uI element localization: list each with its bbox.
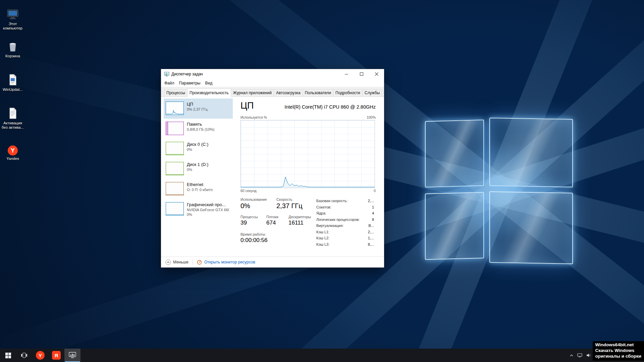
desktop-icon-recycle-bin[interactable]: Корзина <box>0 40 25 58</box>
perf-item-ethernet[interactable]: EthernetО: 0 П: 0 кбит/с <box>164 179 233 199</box>
task-view-button[interactable] <box>16 349 32 362</box>
perf-thumbnail-disk1 <box>166 162 184 175</box>
stat-processes: Процессы 39 <box>240 215 258 226</box>
window-titlebar[interactable]: Диспетчер задач <box>161 69 384 79</box>
perf-item-sub: 0% <box>187 167 208 172</box>
chevron-up-circle-icon <box>165 259 171 265</box>
file-icon <box>0 73 25 86</box>
stat-handles: Дескрипторы 16111 <box>288 215 311 226</box>
hidden-icons-chevron-icon[interactable] <box>570 354 573 357</box>
task-manager-taskbar-icon <box>69 352 76 359</box>
desktop-icon-label: Yandex <box>0 157 25 161</box>
perf-item-title: Диск 0 (C:) <box>187 142 208 147</box>
yandex-app-button[interactable]: Я <box>48 349 64 362</box>
tab[interactable]: Службы <box>362 89 382 97</box>
perf-item-title: Ethernet <box>187 182 213 187</box>
perf-thumbnail-disk0 <box>166 142 184 155</box>
desktop-icon-winupdate[interactable]: WinUpdat... <box>0 73 25 92</box>
perf-item-title: Диск 1 (D:) <box>187 162 208 167</box>
screen: Этот компьютер Корзина WinUpdat... <box>0 0 644 362</box>
menu-item-file[interactable]: Файл <box>162 80 177 86</box>
windows-logo-pane <box>425 120 484 188</box>
perf-item-title: Графический про... <box>187 202 229 207</box>
menu-item-view[interactable]: Вид <box>203 80 215 86</box>
fewer-details-button[interactable]: Меньше <box>165 259 189 265</box>
graph-zero-label: 0 <box>374 189 376 193</box>
perf-thumbnail-ethernet <box>166 182 184 195</box>
cpu-stats: Использование 0% Скорость 2,37 ГГц Проце… <box>240 197 376 248</box>
task-manager-window: Диспетчер задач Файл Параметры Вид Проце… <box>161 69 384 267</box>
desktop-icon-yandex[interactable]: Y Yandex <box>0 142 25 161</box>
windows-logo-icon <box>5 353 11 358</box>
desktop-icon-label: WinUpdat... <box>0 87 25 92</box>
perf-item-sub: 0,8/8,0 ГБ (10%) <box>187 127 214 132</box>
perf-item-gpu[interactable]: Графический про...NVIDIA GeForce GTX 660… <box>164 199 233 222</box>
cpu-details-list: Базовая скорость:2,...Сокетов:1Ядра:4Лог… <box>316 198 374 247</box>
watermark: Windows64bit.net Скачать Windows оригина… <box>593 341 644 361</box>
maximize-button[interactable] <box>354 69 369 79</box>
cpu-detail-row: Сокетов:1 <box>316 204 374 210</box>
network-icon[interactable] <box>577 353 582 357</box>
cpu-detail-row: Базовая скорость:2,... <box>316 198 374 204</box>
graph-label-left: Используется % <box>240 115 267 119</box>
text-file-icon <box>0 107 25 120</box>
perf-item-memory[interactable]: Память0,8/8,0 ГБ (10%) <box>164 119 233 139</box>
cpu-panel: ЦП Intel(R) Core(TM) i7 CPU 860 @ 2.80GH… <box>240 97 376 256</box>
cpu-usage-chart <box>240 120 375 188</box>
tab[interactable]: Автозагрузка <box>274 89 303 97</box>
window-content: ЦП0% 2,37 ГГцПамять0,8/8,0 ГБ (10%)Диск … <box>161 97 384 256</box>
stat-uptime: Время работы 0:00:00:56 <box>240 232 267 244</box>
perf-thumbnail-gpu <box>166 202 184 216</box>
menu-item-options[interactable]: Параметры <box>177 80 203 86</box>
cpu-detail-row: Виртуализация:В... <box>316 223 374 229</box>
desktop-icon-activation[interactable]: Активация без актива... <box>0 107 25 130</box>
windows-logo-pane <box>489 191 573 264</box>
cpu-detail-row: Кэш L1:2,... <box>316 229 374 235</box>
cpu-model: Intel(R) Core(TM) i7 CPU 860 @ 2.80GHz <box>284 104 376 110</box>
stat-speed: Скорость 2,37 ГГц <box>276 197 303 210</box>
start-button[interactable] <box>0 349 16 362</box>
tab[interactable]: Производительность <box>187 88 231 97</box>
windows-logo <box>425 118 573 263</box>
recycle-bin-icon <box>0 40 25 53</box>
task-manager-icon <box>164 71 169 77</box>
close-button[interactable] <box>369 69 384 79</box>
desktop-icon-label: Активация без актива... <box>0 121 25 130</box>
perf-item-cpu[interactable]: ЦП0% 2,37 ГГц <box>164 99 233 119</box>
desktop-icon-this-pc[interactable]: Этот компьютер <box>0 7 25 31</box>
minimize-button[interactable] <box>339 69 354 79</box>
perf-item-disk0[interactable]: Диск 0 (C:)0% <box>164 139 233 159</box>
perf-item-title: ЦП <box>187 102 208 107</box>
tab[interactable]: Журнал приложений <box>231 89 274 97</box>
cpu-detail-row: Логических процессоров:8 <box>316 217 374 223</box>
volume-icon[interactable] <box>586 353 591 357</box>
tab[interactable]: Процессы <box>164 89 187 97</box>
open-resource-monitor-link[interactable]: Открыть монитор ресурсов <box>204 260 255 264</box>
desktop-icon-label: Этот компьютер <box>0 22 25 31</box>
tab-strip: ПроцессыПроизводительностьЖурнал приложе… <box>161 87 384 97</box>
cpu-detail-row: Кэш L2:1,... <box>316 235 374 241</box>
windows-logo-pane <box>425 192 484 260</box>
window-footer: Меньше Открыть монитор ресурсов <box>161 256 384 267</box>
stat-usage: Использование 0% <box>240 197 267 210</box>
desktop-icon-label: Корзина <box>0 54 25 58</box>
yandex-browser-button[interactable]: Y <box>32 349 48 362</box>
yandex-app-icon: Я <box>52 351 61 360</box>
perf-item-sub: О: 0 П: 0 кбит/с <box>187 187 213 192</box>
windows-logo-pane <box>489 118 573 187</box>
perf-item-title: Память <box>187 122 214 127</box>
graph-label-right: 100% <box>367 115 376 119</box>
tab[interactable]: Пользователи <box>303 89 333 97</box>
task-manager-taskbar-button[interactable] <box>64 349 80 362</box>
cpu-detail-row: Кэш L3:8,... <box>316 241 374 248</box>
tab[interactable]: Подробности <box>333 89 363 97</box>
perf-thumbnail-memory <box>166 122 184 135</box>
perf-item-sub: 0% 2,37 ГГц <box>187 107 208 112</box>
window-title: Диспетчер задач <box>171 72 203 76</box>
taskbar: Y Я <box>0 349 644 362</box>
perf-thumbnail-cpu <box>166 102 184 115</box>
system-tray <box>570 349 591 362</box>
this-pc-icon <box>0 7 25 21</box>
perf-item-disk1[interactable]: Диск 1 (D:)0% <box>164 159 233 179</box>
footer-divider <box>193 259 193 265</box>
